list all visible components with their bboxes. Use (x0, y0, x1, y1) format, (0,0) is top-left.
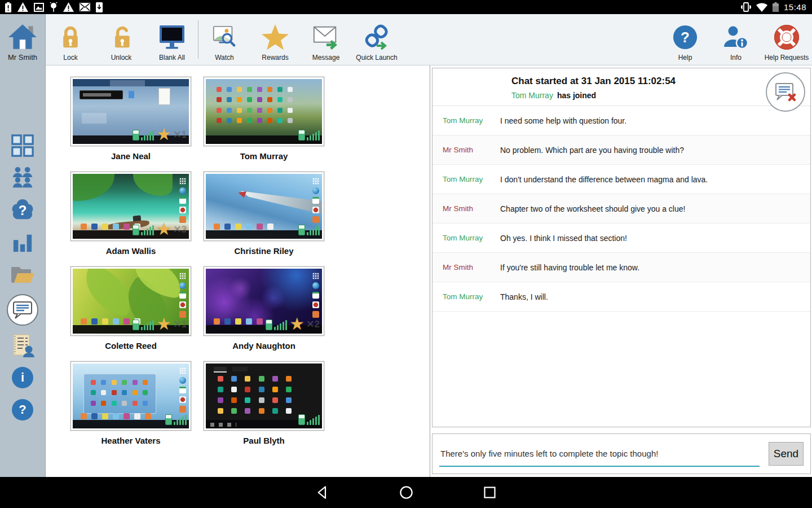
student-screen-thumbnail: ★✕1 (73, 79, 189, 144)
chat-message-sender: Tom Murray (433, 292, 500, 301)
info-button[interactable]: Info (710, 15, 761, 64)
chat-message-row: Mr Smith Chapter two of the worksheet sh… (433, 194, 810, 224)
chat-title: Chat started at 31 Jan 2015 11:02:54 (511, 76, 810, 87)
sidebar-item-thumbnails-view[interactable] (7, 134, 38, 157)
reward-multiplier: ✕3 (173, 224, 187, 235)
chat-message-row: Tom Murray I don't understand the differ… (433, 165, 810, 194)
student-screen-frame (204, 77, 324, 146)
clock: 15:48 (784, 2, 806, 12)
reward-star-icon: ★ (289, 318, 304, 330)
reward-star-icon: ★ (156, 318, 171, 330)
unlock-button[interactable]: Unlock (96, 15, 147, 64)
student-status-overlay: ★✕1 (133, 318, 187, 330)
student-screen-frame (204, 361, 324, 431)
recents-button[interactable] (481, 484, 498, 501)
info-person-icon (722, 23, 749, 52)
chat-message-row: Tom Murray Thanks, I will. (433, 282, 810, 312)
toolbar-label: Lock (63, 54, 77, 62)
student-status-overlay (165, 414, 187, 425)
message-button[interactable]: Message (301, 15, 351, 64)
back-button[interactable] (314, 484, 331, 501)
joined-student-name: Tom Murray (511, 91, 553, 100)
sidebar-item-results[interactable] (7, 230, 38, 254)
student-status-overlay: ★✕2 (266, 318, 320, 330)
chat-message-text: Oh yes. I think I missed that section! (500, 234, 633, 243)
chat-panel: Chat started at 31 Jan 2015 11:02:54 Tom… (430, 65, 812, 477)
quick-launch-icon (363, 23, 390, 52)
student-screen-frame (70, 361, 191, 431)
student-grid: ★✕1 Jane Neal Tom Murray ★✕3 Adam Wallis… (46, 65, 430, 446)
home-icon (7, 23, 38, 50)
sidebar-item-register[interactable] (7, 334, 38, 357)
message-icon (312, 23, 340, 52)
help-icon: ? (672, 23, 698, 52)
student-tile[interactable]: ★✕1 Colette Reed (70, 266, 191, 351)
sidebar-item-help[interactable]: ? (7, 398, 38, 422)
toolbar-divider (198, 20, 198, 59)
student-tile[interactable]: Heather Vaters (70, 361, 191, 446)
student-tile[interactable]: Tom Murray (204, 77, 324, 161)
end-chat-button[interactable] (766, 72, 805, 112)
quick-launch-button[interactable]: Quick Launch (351, 15, 402, 64)
question-bubble-icon: ? (10, 199, 35, 221)
student-screen-thumbnail: ★✕2 (206, 269, 322, 334)
student-screen-thumbnail: ★✕3 (73, 174, 189, 239)
screenshot-icon (34, 3, 44, 12)
student-status-overlay (298, 225, 320, 235)
chat-message-row: Tom Murray Oh yes. I think I missed that… (433, 224, 810, 253)
student-tile[interactable]: Christine Riley (204, 172, 324, 256)
chat-message-sender: Tom Murray (433, 234, 500, 242)
thumbnails-grid-icon (11, 134, 34, 157)
rewards-button[interactable]: Rewards (250, 15, 301, 64)
help-button[interactable]: ? Help (660, 15, 710, 64)
chat-message-text: If you're still having trouble let me kn… (500, 263, 645, 272)
sidebar-item-home[interactable] (7, 22, 38, 51)
sidebar-item-files[interactable] (7, 262, 38, 286)
watch-button[interactable]: Watch (199, 15, 250, 64)
chat-message-list: Tom Murray I need some help with questio… (433, 106, 810, 312)
chat-message-sender: Mr Smith (433, 146, 500, 154)
chat-header: Chat started at 31 Jan 2015 11:02:54 Tom… (433, 68, 810, 106)
student-tile[interactable]: Paul Blyth (204, 361, 324, 446)
lifebuoy-icon (773, 23, 800, 52)
back-icon (315, 485, 330, 500)
sidebar-item-question[interactable]: ? (7, 198, 38, 222)
lock-button[interactable]: Lock (45, 15, 96, 64)
sidebar-item-student-groups[interactable] (7, 166, 38, 190)
chat-message-text: I need some help with question four. (500, 116, 632, 125)
reward-multiplier: ✕1 (173, 319, 187, 330)
recents-icon (482, 485, 497, 500)
help-circle-icon: ? (12, 399, 33, 421)
reward-star-icon: ★ (156, 128, 171, 141)
bar-chart-icon (12, 231, 33, 253)
send-button[interactable]: Send (769, 442, 804, 466)
student-screen-thumbnail (206, 364, 322, 428)
toolbar-label: Unlock (111, 54, 132, 62)
student-tile[interactable]: ★✕1 Jane Neal (70, 77, 191, 161)
battery-icon (773, 2, 779, 12)
student-thumbnails-area: ★✕1 Jane Neal Tom Murray ★✕3 Adam Wallis… (46, 65, 430, 477)
toolbar-label: Quick Launch (356, 54, 397, 62)
student-screen-thumbnail (206, 79, 322, 144)
home-button[interactable] (398, 484, 414, 501)
student-screen-thumbnail (73, 364, 189, 428)
student-screen-frame: ★✕2 (204, 266, 324, 336)
student-tile[interactable]: ★✕3 Adam Wallis (70, 172, 191, 256)
blank-all-button[interactable]: Blank All (147, 15, 197, 64)
help-requests-button[interactable]: Help Requests (761, 15, 812, 64)
chat-message-text: I don't understand the difference betwee… (500, 175, 713, 184)
info-circle-icon: i (12, 367, 33, 388)
unlock-icon (109, 23, 134, 52)
battery-alert-icon (5, 2, 12, 12)
chat-message-text: Thanks, I will. (500, 292, 554, 301)
status-icons-left (0, 2, 103, 12)
chat-message-input[interactable] (439, 441, 760, 467)
chat-message-row: Mr Smith No problem. Which part are you … (433, 135, 810, 165)
blank-screen-icon (158, 23, 186, 52)
chat-message-text: No problem. Which part are you having tr… (500, 146, 690, 155)
sidebar-item-chat[interactable] (7, 295, 38, 325)
wifi-icon (756, 3, 767, 12)
android-nav-bar (0, 477, 812, 508)
sidebar-item-info[interactable]: i (7, 366, 38, 389)
student-tile[interactable]: ★✕2 Andy Naughton (204, 266, 324, 351)
